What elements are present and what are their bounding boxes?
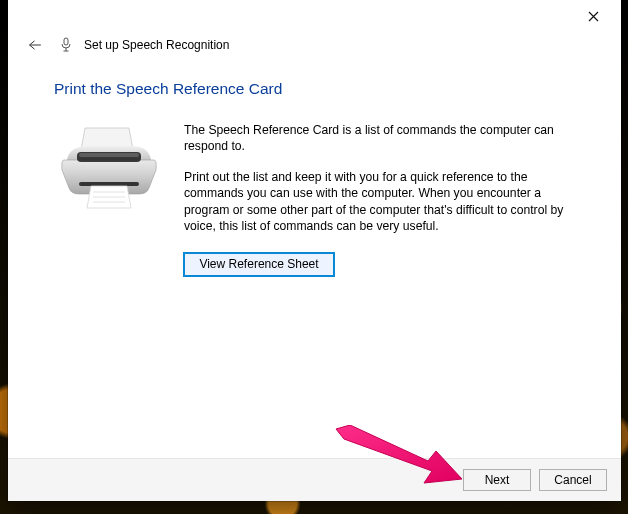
page-heading: Print the Speech Reference Card (54, 80, 585, 98)
paragraph-intro: The Speech Reference Card is a list of c… (184, 122, 585, 155)
body-text: The Speech Reference Card is a list of c… (184, 122, 585, 276)
back-arrow-icon (28, 38, 42, 52)
header: Set up Speech Recognition (8, 32, 621, 68)
footer: Next Cancel (8, 458, 621, 501)
titlebar (8, 0, 621, 32)
svg-rect-3 (79, 153, 139, 157)
close-icon (588, 11, 599, 22)
content-area: Print the Speech Reference Card (8, 68, 621, 458)
wizard-window: Set up Speech Recognition Print the Spee… (8, 0, 621, 501)
view-reference-button[interactable]: View Reference Sheet (184, 253, 334, 276)
microphone-icon (58, 36, 74, 54)
close-button[interactable] (571, 2, 615, 30)
next-button[interactable]: Next (463, 469, 531, 491)
svg-rect-4 (79, 182, 139, 186)
printer-illustration (54, 122, 164, 217)
cancel-button[interactable]: Cancel (539, 469, 607, 491)
printer-icon (59, 122, 159, 217)
wizard-title: Set up Speech Recognition (84, 38, 229, 52)
back-button[interactable] (22, 32, 48, 58)
svg-rect-0 (64, 38, 68, 45)
paragraph-detail: Print out the list and keep it with you … (184, 169, 585, 235)
